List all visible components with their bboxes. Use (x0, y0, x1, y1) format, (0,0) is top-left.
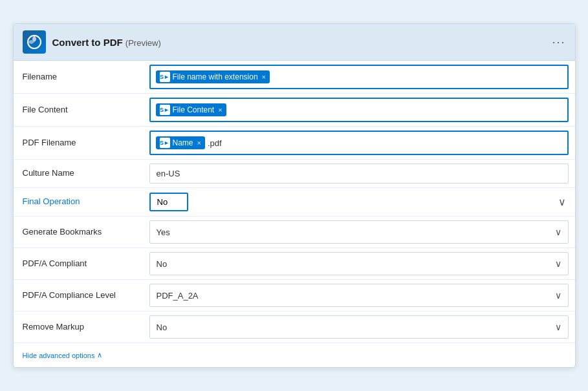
hide-advanced-chevron-icon: ∧ (97, 351, 102, 359)
pdf-filename-token-label: Name (173, 138, 193, 147)
header-left: Convert to PDF (Preview) (23, 30, 161, 54)
filename-control: S► File name with extension × (143, 61, 575, 93)
preview-label: (Preview) (125, 38, 161, 48)
generate-bookmarks-label: Generate Bookmarks (14, 220, 143, 244)
remove-markup-control: No ∨ (143, 312, 575, 343)
final-operation-chevron-icon[interactable]: ∨ (558, 196, 566, 208)
pdf-filename-token-field[interactable]: S► Name × .pdf (149, 131, 569, 155)
pdf-filename-control: S► Name × .pdf (143, 127, 575, 159)
generate-bookmarks-row: Generate Bookmarks Yes ∨ (14, 217, 575, 248)
remove-markup-value: No (157, 322, 555, 332)
pdf-a-compliance-level-chevron-icon: ∨ (555, 290, 561, 301)
generate-bookmarks-select[interactable]: Yes ∨ (149, 220, 569, 244)
final-operation-chevron-area: ∨ (188, 196, 575, 208)
pdf-a-compliant-chevron-icon: ∨ (555, 259, 561, 269)
pdf-a-compliance-level-select[interactable]: PDF_A_2A ∨ (149, 284, 569, 307)
more-options-button[interactable]: ··· (552, 36, 565, 49)
filename-token-label: File name with extension (173, 72, 258, 81)
filename-token-icon: S► (160, 72, 170, 82)
header-title: Convert to PDF (Preview) (52, 37, 161, 48)
pdf-a-compliant-row: PDF/A Compliant No ∨ (14, 248, 575, 280)
pdf-a-compliance-level-control: PDF_A_2A ∨ (143, 280, 575, 311)
generate-bookmarks-value: Yes (157, 227, 555, 237)
culture-name-row: Culture Name (14, 160, 575, 188)
filename-token-field[interactable]: S► File name with extension × (149, 65, 569, 89)
filename-token-close[interactable]: × (262, 73, 266, 81)
pdf-filename-token: S► Name × (156, 136, 205, 149)
hide-advanced-label: Hide advanced options (23, 352, 95, 359)
final-operation-control: No ∨ (143, 189, 575, 215)
file-content-token-label: File Content (173, 105, 215, 114)
pdf-filename-label: PDF Filename (14, 131, 143, 155)
pdf-filename-suffix: .pdf (208, 138, 222, 148)
pdf-a-compliant-value: No (157, 259, 555, 269)
file-content-token-field[interactable]: S► File Content × (149, 98, 569, 122)
pdf-a-compliance-level-row: PDF/A Compliance Level PDF_A_2A ∨ (14, 280, 575, 312)
generate-bookmarks-chevron-icon: ∨ (555, 227, 561, 237)
pdf-a-compliant-control: No ∨ (143, 248, 575, 279)
pdf-filename-row: PDF Filename S► Name × .pdf (14, 127, 575, 160)
culture-name-control (143, 160, 575, 187)
app-logo (23, 30, 46, 54)
file-content-control: S► File Content × (143, 94, 575, 126)
generate-bookmarks-control: Yes ∨ (143, 217, 575, 248)
pdf-a-compliance-level-value: PDF_A_2A (157, 291, 555, 301)
card-body: Filename S► File name with extension × F… (14, 61, 575, 367)
final-operation-row: Final Operation No ∨ (14, 188, 575, 217)
filename-label: Filename (14, 65, 143, 89)
pdf-a-compliant-select[interactable]: No ∨ (149, 252, 569, 275)
remove-markup-select[interactable]: No ∨ (149, 315, 569, 339)
pdf-filename-token-close[interactable]: × (197, 139, 201, 147)
remove-markup-chevron-icon: ∨ (555, 322, 561, 332)
file-content-token-close[interactable]: × (218, 106, 222, 114)
remove-markup-row: Remove Markup No ∨ (14, 312, 575, 343)
hide-advanced-button[interactable]: Hide advanced options ∧ (14, 343, 575, 367)
filename-token: S► File name with extension × (156, 70, 270, 83)
filename-row: Filename S► File name with extension × (14, 61, 575, 94)
file-content-label: File Content (14, 98, 143, 122)
card-container: Convert to PDF (Preview) ··· Filename S►… (13, 23, 576, 368)
pdf-a-compliant-label: PDF/A Compliant (14, 252, 143, 276)
remove-markup-label: Remove Markup (14, 315, 143, 339)
final-operation-label: Final Operation (14, 190, 143, 214)
final-operation-token-field[interactable]: No (149, 193, 188, 211)
culture-name-label: Culture Name (14, 162, 143, 185)
file-content-row: File Content S► File Content × (14, 94, 575, 127)
pdf-filename-token-icon: S► (160, 138, 170, 148)
title-text: Convert to PDF (52, 37, 123, 48)
pdf-a-compliance-level-label: PDF/A Compliance Level (14, 284, 143, 308)
culture-name-input[interactable] (149, 164, 569, 184)
file-content-token: S► File Content × (156, 103, 226, 116)
card-header: Convert to PDF (Preview) ··· (14, 24, 575, 61)
final-operation-value: No (157, 197, 168, 207)
file-content-token-icon: S► (160, 105, 170, 115)
